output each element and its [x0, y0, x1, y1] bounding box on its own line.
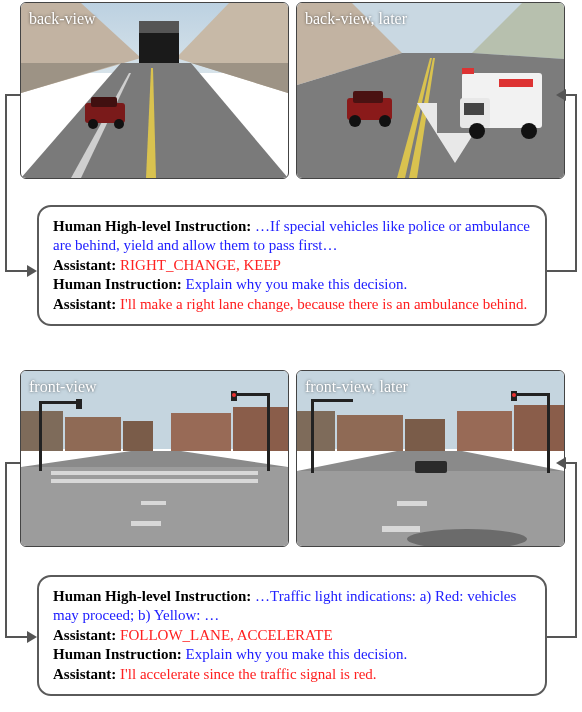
assistant-explain: Assistant: I'll accelerate since the tra…	[53, 665, 533, 684]
text: RIGHT_CHANGE, KEEP	[120, 257, 281, 273]
svg-rect-52	[297, 411, 335, 451]
scene2-image-right: front-view, later	[296, 370, 565, 547]
svg-rect-44	[39, 401, 42, 471]
svg-rect-22	[353, 91, 383, 103]
image-label: back-view	[29, 9, 96, 29]
svg-rect-43	[131, 521, 161, 526]
svg-point-31	[521, 123, 537, 139]
svg-rect-27	[464, 103, 484, 115]
arrow-segment	[5, 462, 7, 638]
arrow-segment	[575, 94, 577, 272]
svg-rect-28	[499, 79, 533, 87]
label: Human Instruction:	[53, 276, 186, 292]
svg-rect-46	[76, 399, 82, 409]
svg-rect-11	[91, 97, 117, 107]
svg-rect-29	[462, 68, 474, 74]
human-followup: Human Instruction: Explain why you make …	[53, 645, 533, 664]
intersection-later-icon	[297, 371, 564, 546]
svg-rect-41	[51, 479, 258, 483]
svg-rect-34	[65, 417, 121, 451]
text: I'll accelerate since the traffic signal…	[120, 666, 376, 682]
svg-point-13	[114, 119, 124, 129]
arrow-segment	[547, 270, 575, 272]
label: Assistant:	[53, 257, 120, 273]
arrow-segment	[5, 462, 20, 464]
label: Human High-level Instruction:	[53, 588, 255, 604]
arrow-segment	[565, 462, 577, 464]
svg-point-23	[349, 115, 361, 127]
svg-rect-45	[39, 401, 79, 404]
svg-rect-4	[139, 21, 179, 33]
label: Assistant:	[53, 627, 120, 643]
svg-marker-38	[21, 467, 288, 546]
svg-rect-64	[547, 393, 550, 473]
dialogue-card-1: Human High-level Instruction: …If specia…	[37, 205, 547, 326]
assistant-explain: Assistant: I'll make a right lane change…	[53, 295, 533, 314]
svg-rect-54	[405, 419, 445, 451]
tunnel-road-icon	[21, 3, 288, 178]
svg-rect-35	[123, 421, 153, 451]
svg-rect-55	[457, 411, 512, 451]
scene1-image-right: back-view, later	[296, 2, 565, 179]
arrow-head-icon	[556, 457, 566, 469]
text: Explain why you make this decision.	[186, 646, 408, 662]
svg-point-30	[469, 123, 485, 139]
svg-point-24	[379, 115, 391, 127]
arrow-head-icon	[556, 89, 566, 101]
arrow-segment	[5, 94, 7, 272]
svg-rect-61	[415, 461, 447, 473]
svg-rect-62	[311, 399, 314, 473]
ambulance-road-icon	[297, 3, 564, 178]
label: Assistant:	[53, 296, 120, 312]
text: FOLLOW_LANE, ACCELERATE	[120, 627, 332, 643]
svg-rect-60	[382, 526, 420, 532]
text: Explain why you make this decision.	[186, 276, 408, 292]
svg-rect-56	[514, 405, 564, 451]
scene2-image-left: front-view	[20, 370, 289, 547]
dialogue-card-2: Human High-level Instruction: …Traffic l…	[37, 575, 547, 696]
arrow-segment	[5, 270, 28, 272]
image-label: front-view	[29, 377, 97, 397]
arrow-segment	[565, 94, 577, 96]
svg-rect-42	[141, 501, 166, 505]
image-label: front-view, later	[305, 377, 408, 397]
human-hli: Human High-level Instruction: …If specia…	[53, 217, 533, 255]
label: Human High-level Instruction:	[53, 218, 255, 234]
label: Assistant:	[53, 666, 120, 682]
svg-rect-40	[51, 471, 258, 475]
arrow-segment	[5, 636, 28, 638]
svg-point-50	[232, 393, 236, 397]
text: I'll make a right lane change, because t…	[120, 296, 527, 312]
label: Human Instruction:	[53, 646, 186, 662]
arrow-head-icon	[27, 631, 37, 643]
svg-rect-47	[267, 393, 270, 471]
arrow-segment	[5, 94, 20, 96]
assistant-action: Assistant: RIGHT_CHANGE, KEEP	[53, 256, 533, 275]
arrow-segment	[547, 636, 575, 638]
svg-marker-39	[21, 451, 288, 467]
intersection-icon	[21, 371, 288, 546]
svg-rect-37	[233, 407, 288, 451]
assistant-action: Assistant: FOLLOW_LANE, ACCELERATE	[53, 626, 533, 645]
svg-point-67	[512, 393, 516, 397]
human-followup: Human Instruction: Explain why you make …	[53, 275, 533, 294]
svg-rect-59	[397, 501, 427, 506]
svg-point-12	[88, 119, 98, 129]
arrow-segment	[575, 462, 577, 638]
svg-rect-53	[337, 415, 403, 451]
svg-rect-63	[311, 399, 353, 402]
arrow-head-icon	[27, 265, 37, 277]
image-label: back-view, later	[305, 9, 407, 29]
svg-rect-36	[171, 413, 231, 451]
human-hli: Human High-level Instruction: …Traffic l…	[53, 587, 533, 625]
scene1-image-left: back-view	[20, 2, 289, 179]
